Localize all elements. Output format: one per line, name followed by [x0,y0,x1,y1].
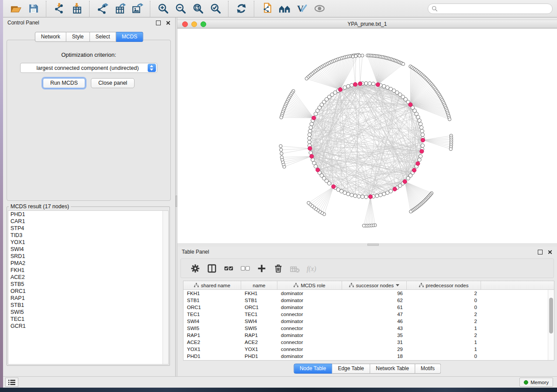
close-panel-icon[interactable] [547,249,553,255]
hide-panels-button[interactable] [276,2,293,16]
table-row[interactable]: ORC1ORC1dominator610 [183,304,554,311]
open-file-icon [10,3,22,14]
open-file-button[interactable] [7,2,24,16]
zoom-fit-icon [192,3,204,14]
export-image-button[interactable] [128,2,146,16]
attribute-type-icon [349,283,354,288]
network-file-button[interactable] [258,2,276,16]
table-panel-titlebar: Table Panel [177,247,557,257]
column-header-MCDS-role[interactable]: MCDS role [277,281,342,289]
zoom-fit-button[interactable] [189,2,207,16]
network-canvas[interactable] [177,29,557,243]
cell-shared-name: TEC1 [183,312,241,317]
search-box[interactable] [428,3,553,14]
task-history-button[interactable] [5,378,18,387]
mcds-result-list[interactable]: PHD1CAR1STP4TID3YOX1SWI4SRD1PMA2FKH1ACE2… [8,210,169,364]
import-table-button[interactable] [68,2,85,16]
tab-node-table[interactable]: Node Table [294,364,332,374]
minimize-window-icon[interactable] [191,21,197,27]
table-row[interactable]: STB1STB1dominator620 [183,297,554,304]
table-row[interactable]: SWI4SWI4dominator462 [183,318,554,325]
mcds-result-item[interactable]: PMA2 [8,260,168,267]
column-header-shared-name[interactable]: shared name [183,281,241,289]
toolbar-group [228,1,254,17]
mcds-result-item[interactable]: CAR1 [8,218,168,225]
close-panel-icon[interactable] [165,20,171,26]
import-network-button[interactable] [50,2,68,16]
table-row[interactable]: ACE2ACE2connector311 [183,339,554,346]
tab-motifs[interactable]: Motifs [415,364,441,374]
tab-network[interactable]: Network [35,32,66,42]
mcds-result-item[interactable]: STB5 [8,281,168,288]
mcds-result-item[interactable]: SRD1 [8,253,168,260]
save-session-button[interactable] [24,2,42,16]
scrollbar-thumb[interactable] [549,298,553,334]
zoom-out-button[interactable] [172,2,189,16]
memory-button[interactable]: Memory [519,378,553,387]
mcds-result-item[interactable]: TID3 [8,232,168,239]
tab-select[interactable]: Select [90,32,116,42]
table-row[interactable]: SWI5SWI5connector431 [183,325,554,332]
table-body: FKH1FKH1dominator962STB1STB1dominator620… [183,290,554,360]
tab-edge-table[interactable]: Edge Table [332,364,370,374]
mcds-result-item[interactable]: ORC1 [8,288,168,295]
mcds-result-item[interactable]: YOX1 [8,239,168,246]
network-graph[interactable] [177,29,557,244]
horizontal-splitter[interactable] [177,243,557,247]
delete-column-button[interactable] [270,261,287,276]
maximize-window-icon[interactable] [201,21,206,27]
hide-panels-icon [279,3,291,14]
splitter-grip[interactable] [367,244,379,246]
toolbar-group [150,1,228,17]
table-row[interactable]: YOX1YOX1connector291 [183,346,554,353]
float-panel-icon[interactable] [156,20,161,26]
tab-style[interactable]: Style [66,32,90,42]
close-window-icon[interactable] [182,21,188,27]
column-header-successor-nodes[interactable]: successor nodes [342,281,407,289]
tab-mcds[interactable]: MCDS [116,32,143,42]
optimization-criterion-select[interactable]: largest connected component (undirected) [20,63,157,73]
run-mcds-button[interactable]: Run MCDS [43,78,85,88]
column-label: successor nodes [356,283,394,288]
search-input[interactable] [440,6,549,12]
mcds-result-item[interactable]: GCR1 [8,323,168,330]
network-view-titlebar[interactable]: YPA_prune.txt_1 [177,20,557,28]
mcds-result-item[interactable]: SWI4 [8,246,168,253]
mcds-list-scrollbar[interactable] [163,211,168,364]
refresh-layout-button[interactable] [232,2,250,16]
show-columns-button[interactable] [204,261,220,276]
export-table-icon [114,3,126,14]
column-header-predecessor-nodes[interactable]: predecessor nodes [407,281,481,289]
mcds-result-item[interactable]: SWI5 [8,309,168,316]
float-panel-icon[interactable] [537,249,543,255]
vizmapper-button[interactable]: V [293,2,311,16]
add-column-button[interactable] [253,261,270,276]
mcds-result-item[interactable]: STB1 [8,302,168,309]
table-scrollbar[interactable] [548,290,554,360]
tab-network-table[interactable]: Network Table [370,364,415,374]
table-row[interactable]: FKH1FKH1dominator962 [183,290,554,297]
export-table-button[interactable] [111,2,128,16]
table-row[interactable]: PHD1PHD1dominator180 [183,353,554,360]
export-network-button[interactable] [93,2,111,16]
mcds-result-item[interactable]: RAP1 [8,295,168,302]
mcds-result-item[interactable]: FKH1 [8,267,168,274]
mcds-result-item[interactable]: ACE2 [8,274,168,281]
zoom-selected-button[interactable] [207,2,224,16]
node-table: shared namenameMCDS rolesuccessor nodesp… [183,281,554,361]
cell-successor-nodes: 62 [342,298,407,303]
column-header-name[interactable]: name [241,281,277,289]
mcds-result-title: MCDS result (17 nodes) [9,203,71,210]
deselect-all-rows-button[interactable] [237,261,253,276]
mcds-result-item[interactable]: TEC1 [8,316,168,323]
select-all-rows-button[interactable] [220,261,237,276]
table-row[interactable]: RAP1RAP1dominator352 [183,332,554,339]
mcds-result-item[interactable]: PHD1 [8,211,168,218]
table-settings-button[interactable] [187,261,204,276]
cell-shared-name: ACE2 [183,340,241,345]
mcds-result-item[interactable]: STP4 [8,225,168,232]
attribute-type-icon [294,283,298,288]
close-panel-button[interactable]: Close panel [91,78,135,88]
zoom-in-button[interactable] [154,2,172,16]
table-row[interactable]: TEC1TEC1connector472 [183,311,554,318]
